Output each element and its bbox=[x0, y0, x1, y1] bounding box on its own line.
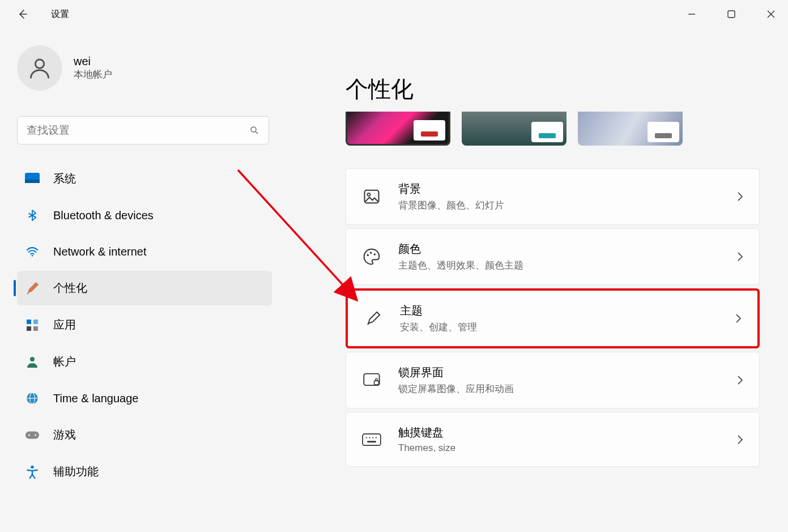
card-title: 触摸键盘 bbox=[398, 425, 719, 440]
svg-rect-10 bbox=[27, 320, 31, 324]
svg-rect-13 bbox=[33, 326, 38, 331]
card-desc: 锁定屏幕图像、应用和动画 bbox=[398, 382, 719, 395]
nav-label: 个性化 bbox=[53, 280, 87, 296]
palette-icon bbox=[363, 248, 381, 266]
card-title: 颜色 bbox=[398, 241, 719, 257]
page-title: 个性化 bbox=[346, 74, 760, 105]
nav-label: Bluetooth & devices bbox=[53, 209, 154, 222]
gamepad-icon bbox=[25, 429, 40, 441]
nav-item-personalization[interactable]: 个性化 bbox=[17, 271, 272, 305]
svg-rect-12 bbox=[27, 326, 31, 331]
user-name: wei bbox=[74, 55, 112, 68]
user-section[interactable]: wei 本地帐户 bbox=[17, 45, 272, 91]
svg-point-30 bbox=[366, 437, 367, 438]
nav-item-gaming[interactable]: 游戏 bbox=[17, 418, 272, 452]
nav-label: Time & language bbox=[53, 392, 138, 405]
minimize-button[interactable] bbox=[680, 6, 703, 23]
nav-label: 系统 bbox=[53, 171, 76, 186]
svg-point-5 bbox=[251, 127, 256, 132]
svg-point-19 bbox=[28, 434, 30, 436]
svg-point-20 bbox=[35, 434, 36, 436]
back-arrow-icon bbox=[17, 8, 28, 20]
nav-item-accounts[interactable]: 帐户 bbox=[17, 344, 272, 379]
nav-item-bluetooth[interactable]: Bluetooth & devices bbox=[17, 198, 272, 232]
nav-item-network[interactable]: Network & internet bbox=[17, 235, 272, 269]
minimize-icon bbox=[688, 10, 696, 18]
chevron-right-icon bbox=[736, 251, 743, 262]
svg-rect-1 bbox=[728, 11, 735, 18]
card-desc: 背景图像、颜色、幻灯片 bbox=[398, 199, 719, 212]
brush-icon bbox=[25, 281, 40, 296]
back-button[interactable] bbox=[11, 3, 34, 25]
wifi-icon bbox=[25, 245, 40, 258]
accessibility-icon bbox=[25, 465, 40, 479]
svg-rect-18 bbox=[25, 431, 39, 439]
nav-list: 系统 Bluetooth & devices Network & interne… bbox=[17, 161, 272, 489]
svg-point-31 bbox=[369, 437, 370, 438]
card-touch-keyboard[interactable]: 触摸键盘 Themes, size bbox=[346, 412, 760, 467]
maximize-button[interactable] bbox=[720, 6, 743, 23]
nav-label: 辅助功能 bbox=[53, 464, 99, 479]
card-themes[interactable]: 主题 安装、创建、管理 bbox=[346, 288, 760, 348]
card-desc: 主题色、透明效果、颜色主题 bbox=[398, 259, 719, 272]
card-background[interactable]: 背景 背景图像、颜色、幻灯片 bbox=[346, 168, 760, 225]
card-lockscreen[interactable]: 锁屏界面 锁定屏幕图像、应用和动画 bbox=[346, 352, 760, 408]
globe-icon bbox=[25, 391, 40, 406]
svg-rect-29 bbox=[363, 433, 381, 445]
svg-point-24 bbox=[367, 254, 369, 256]
svg-point-25 bbox=[370, 252, 372, 254]
user-type: 本地帐户 bbox=[74, 68, 112, 81]
keyboard-icon bbox=[362, 433, 381, 446]
titlebar: 设置 bbox=[0, 0, 788, 28]
search-icon bbox=[249, 125, 259, 135]
nav-label: 游戏 bbox=[53, 427, 76, 442]
svg-point-9 bbox=[32, 255, 33, 257]
image-icon bbox=[363, 188, 380, 205]
theme-preview-3[interactable] bbox=[578, 112, 683, 146]
chevron-right-icon bbox=[736, 434, 743, 445]
close-button[interactable] bbox=[760, 6, 782, 23]
theme-preview-1[interactable] bbox=[346, 112, 450, 146]
svg-rect-28 bbox=[374, 381, 379, 385]
chevron-right-icon bbox=[736, 374, 743, 386]
svg-line-6 bbox=[255, 131, 258, 134]
svg-point-14 bbox=[30, 357, 35, 361]
main-content: 个性化 背景 背景图像、颜色、幻灯片 bbox=[283, 28, 788, 532]
search-input[interactable] bbox=[27, 124, 249, 137]
chevron-right-icon bbox=[736, 191, 743, 202]
svg-point-33 bbox=[376, 437, 377, 438]
apps-icon bbox=[25, 318, 39, 332]
nav-item-system[interactable]: 系统 bbox=[17, 161, 272, 196]
system-icon bbox=[25, 173, 40, 185]
nav-label: Network & internet bbox=[53, 245, 147, 258]
card-title: 锁屏界面 bbox=[398, 365, 719, 380]
nav-item-apps[interactable]: 应用 bbox=[17, 308, 272, 342]
close-icon bbox=[767, 10, 775, 18]
nav-label: 应用 bbox=[53, 317, 76, 333]
theme-preview-2[interactable] bbox=[462, 112, 566, 146]
svg-point-21 bbox=[31, 465, 33, 468]
card-desc: Themes, size bbox=[398, 442, 719, 454]
person-nav-icon bbox=[25, 355, 39, 369]
card-colors[interactable]: 颜色 主题色、透明效果、颜色主题 bbox=[346, 228, 760, 285]
avatar bbox=[17, 45, 62, 91]
svg-point-23 bbox=[368, 193, 370, 196]
svg-point-4 bbox=[35, 59, 44, 68]
lockscreen-icon bbox=[363, 372, 381, 388]
chevron-right-icon bbox=[735, 313, 742, 324]
nav-item-time-language[interactable]: Time & language bbox=[17, 381, 272, 415]
svg-point-26 bbox=[374, 253, 376, 255]
card-desc: 安装、创建、管理 bbox=[400, 321, 718, 334]
svg-point-32 bbox=[372, 437, 373, 438]
nav-label: 帐户 bbox=[53, 354, 76, 369]
svg-rect-34 bbox=[367, 441, 376, 442]
window-controls bbox=[680, 6, 782, 23]
sidebar: wei 本地帐户 系统 Bluetooth & devices Network … bbox=[0, 28, 283, 532]
nav-item-accessibility[interactable]: 辅助功能 bbox=[17, 454, 272, 489]
card-title: 主题 bbox=[400, 303, 718, 318]
svg-rect-8 bbox=[25, 180, 40, 183]
maximize-icon bbox=[727, 10, 735, 18]
search-box[interactable] bbox=[17, 116, 269, 144]
card-title: 背景 bbox=[398, 181, 719, 197]
svg-rect-22 bbox=[365, 190, 379, 203]
